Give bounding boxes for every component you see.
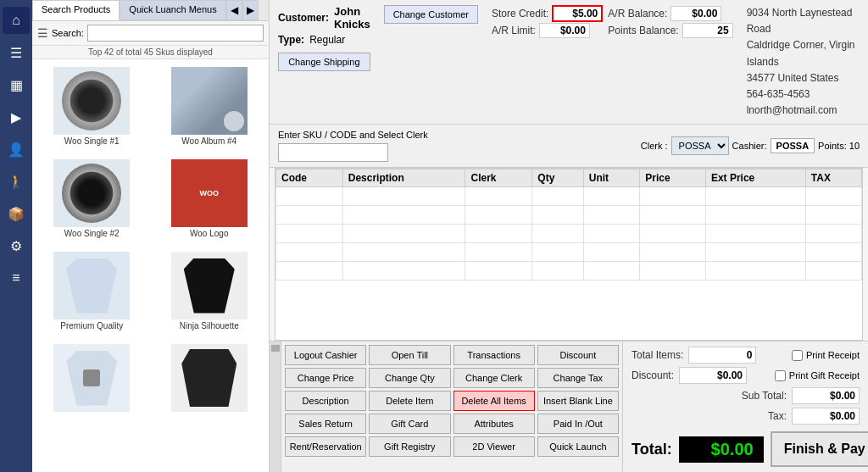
description-button[interactable]: Description xyxy=(285,391,366,411)
insert-blank-line-button[interactable]: Insert Blank Line xyxy=(537,391,619,411)
credit-info: Store Credit: $5.00 A/R Balance: $0.00 A… xyxy=(492,5,733,38)
print-gift-checkbox[interactable] xyxy=(775,370,786,381)
product-grid-container: Woo Single #1 Woo Album #4 W xyxy=(32,59,269,472)
open-till-button[interactable]: Open Till xyxy=(369,345,450,365)
store-credit-row: Store Credit: $5.00 xyxy=(492,5,603,22)
person-walk-icon[interactable]: 🚶 xyxy=(3,168,30,195)
col-price: Price xyxy=(640,169,706,187)
product-thumbnail xyxy=(171,67,248,135)
tab-quick-launch[interactable]: Quick Luanch Menus xyxy=(120,0,225,20)
search-input[interactable] xyxy=(87,25,264,42)
tax-row: Tax: $0.00 xyxy=(632,408,860,425)
cashier-value: POSSA xyxy=(771,138,815,153)
summary-panel: Total Items: 0 Print Receipt Discount: $… xyxy=(622,342,868,472)
paid-in-out-button[interactable]: Paid In /Out xyxy=(537,414,619,434)
ar-limit-label: A/R Limit: xyxy=(492,25,536,36)
change-qty-button[interactable]: Change Qty xyxy=(369,368,450,388)
main-content: Search Products Quick Luanch Menus ◀ ▶ ☰… xyxy=(32,0,868,472)
search-area: ☰ Search: xyxy=(32,21,269,46)
vinyl-thumb xyxy=(62,71,121,130)
tab-next-arrow[interactable]: ▶ xyxy=(242,0,259,20)
order-table-container[interactable]: Code Description Clerk Qty Unit Price Ex… xyxy=(275,168,863,341)
customer-info: Customer: John Knicks Type: Regular Chan… xyxy=(278,5,370,71)
change-customer-button[interactable]: Change Customer xyxy=(384,5,478,24)
list-icon[interactable]: ☰ xyxy=(3,39,30,66)
print-receipt-checkbox[interactable] xyxy=(792,350,803,361)
change-shipping-button[interactable]: Change Shipping xyxy=(278,53,370,71)
tab-prev-arrow[interactable]: ◀ xyxy=(226,0,242,20)
store-credit-value: $5.00 xyxy=(552,5,603,22)
type-label: Type: xyxy=(278,34,304,46)
address-line3: 34577 United States xyxy=(747,70,860,86)
gift-registry-button[interactable]: Gift Registry xyxy=(369,436,450,457)
sort-icon: ☰ xyxy=(37,26,48,40)
gear-icon[interactable]: ⚙ xyxy=(3,232,30,259)
tab-search-products[interactable]: Search Products xyxy=(32,0,120,20)
chart-icon[interactable]: ▦ xyxy=(3,71,30,98)
rent-reservation-button[interactable]: Rent/Reservation xyxy=(285,436,366,457)
box-icon[interactable]: 📦 xyxy=(3,200,30,227)
total-items-value: 0 xyxy=(688,347,756,364)
product-tabs: Search Products Quick Luanch Menus ◀ ▶ xyxy=(32,0,269,21)
logout-cashier-button[interactable]: Logout Cashier xyxy=(285,345,366,365)
transactions-button[interactable]: Transactions xyxy=(453,345,535,365)
product-thumbnail xyxy=(53,344,130,412)
clerk-select[interactable]: POSSA xyxy=(671,136,729,155)
order-table: Code Description Clerk Qty Unit Price Ex… xyxy=(275,169,862,280)
person-icon[interactable]: 👤 xyxy=(3,136,30,163)
col-clerk: Clerk xyxy=(465,169,532,187)
button-grid-container: Logout Cashier Open Till Transactions Di… xyxy=(281,342,622,472)
product-thumbnail xyxy=(53,252,130,319)
product-item[interactable]: Woo Single #2 xyxy=(36,155,148,242)
ar-balance-row: A/R Balance: $0.00 xyxy=(608,5,732,22)
change-clerk-button[interactable]: Change Clerk xyxy=(453,368,535,388)
sidebar: ⌂ ☰ ▦ ▶ 👤 🚶 📦 ⚙ ≡ xyxy=(0,0,32,472)
arrow-right-icon[interactable]: ▶ xyxy=(3,103,30,130)
product-thumbnail: WOO xyxy=(171,159,248,227)
finish-pay-button[interactable]: Finish & Pay xyxy=(771,431,868,467)
gift-card-button[interactable]: Gift Card xyxy=(369,414,450,434)
customer-type-row: Type: Regular xyxy=(278,34,370,46)
top-area: Search Products Quick Luanch Menus ◀ ▶ ☰… xyxy=(32,0,868,472)
product-label: Ninja Silhouette xyxy=(180,321,239,330)
sales-return-button[interactable]: Sales Return xyxy=(285,414,366,434)
product-item[interactable]: WOO Woo Logo xyxy=(153,155,266,242)
points-label: Points: 10 xyxy=(818,141,860,151)
attributes-button[interactable]: Attributes xyxy=(453,414,535,434)
sku-input[interactable] xyxy=(278,143,388,162)
change-tax-button[interactable]: Change Tax xyxy=(537,368,619,388)
right-panel: Customer: John Knicks Type: Regular Chan… xyxy=(270,0,868,472)
points-balance-label: Points Balance: xyxy=(608,25,678,36)
product-item[interactable]: Woo Single #1 xyxy=(36,63,148,150)
table-row xyxy=(276,206,862,225)
scroll-indicator xyxy=(270,342,281,472)
col-description: Description xyxy=(342,169,465,187)
product-item[interactable] xyxy=(153,340,266,418)
product-item[interactable]: Woo Album #4 xyxy=(153,63,266,150)
menu-icon[interactable]: ≡ xyxy=(3,264,30,292)
delete-item-button[interactable]: Delete Item xyxy=(369,391,450,411)
product-item[interactable]: Ninja Silhouette xyxy=(153,247,266,335)
sku-count: Top 42 of total 45 Skus displayed xyxy=(32,46,269,59)
print-receipt-label: Print Receipt xyxy=(806,350,860,360)
product-item[interactable] xyxy=(36,340,148,418)
table-row xyxy=(276,225,862,243)
subtotal-row: Sub Total: $0.00 xyxy=(632,387,860,404)
change-price-button[interactable]: Change Price xyxy=(285,368,366,388)
quick-launch-button[interactable]: Quick Launch xyxy=(537,436,619,457)
button-grid: Logout Cashier Open Till Transactions Di… xyxy=(285,345,619,457)
product-thumbnail xyxy=(53,159,130,227)
product-item[interactable]: Premium Quality xyxy=(36,247,148,335)
home-icon[interactable]: ⌂ xyxy=(3,7,30,34)
total-value: $0.00 xyxy=(679,436,764,463)
sku-entry-label: Enter SKU / CODE and Select Clerk xyxy=(278,130,428,140)
sku-entry-area: Enter SKU / CODE and Select Clerk Clerk … xyxy=(270,125,868,168)
discount-button[interactable]: Discount xyxy=(537,345,619,365)
delete-all-items-button[interactable]: Delete All Items xyxy=(453,391,535,411)
print-gift-check: Print Gift Receipt xyxy=(775,370,860,381)
total-label: Total: xyxy=(632,441,672,458)
2d-viewer-button[interactable]: 2D Viewer xyxy=(453,436,535,457)
table-row xyxy=(276,262,862,280)
customer-type: Regular xyxy=(309,34,345,46)
product-label: Premium Quality xyxy=(60,321,123,330)
